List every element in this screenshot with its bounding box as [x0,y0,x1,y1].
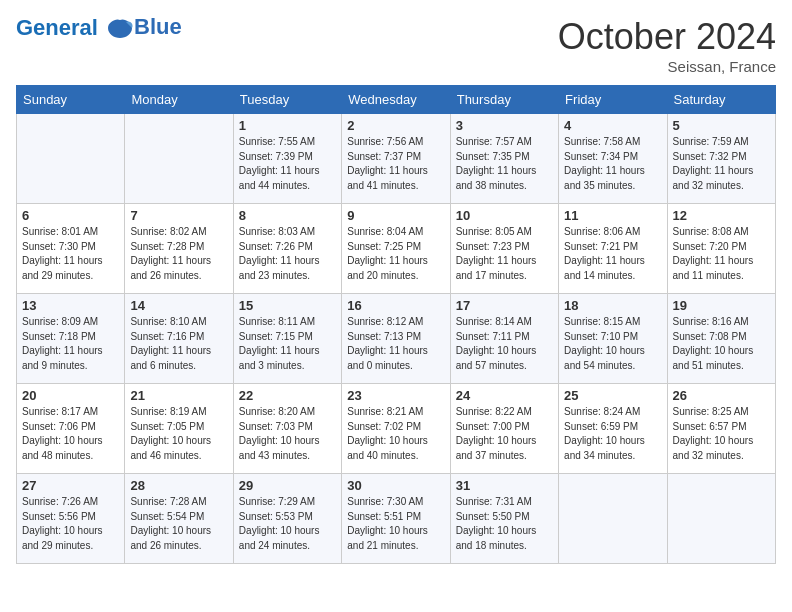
table-row: 29Sunrise: 7:29 AMSunset: 5:53 PMDayligh… [233,474,341,564]
header-saturday: Saturday [667,86,775,114]
table-row: 23Sunrise: 8:21 AMSunset: 7:02 PMDayligh… [342,384,450,474]
day-number: 28 [130,478,227,493]
day-number: 22 [239,388,336,403]
day-number: 19 [673,298,770,313]
day-info: Sunrise: 8:09 AMSunset: 7:18 PMDaylight:… [22,315,119,373]
day-number: 8 [239,208,336,223]
day-number: 9 [347,208,444,223]
table-row: 17Sunrise: 8:14 AMSunset: 7:11 PMDayligh… [450,294,558,384]
calendar-table: Sunday Monday Tuesday Wednesday Thursday… [16,85,776,564]
title-block: October 2024 Seissan, France [558,16,776,75]
calendar-row: 20Sunrise: 8:17 AMSunset: 7:06 PMDayligh… [17,384,776,474]
logo-blue-text: Blue [134,14,182,40]
table-row: 13Sunrise: 8:09 AMSunset: 7:18 PMDayligh… [17,294,125,384]
day-number: 25 [564,388,661,403]
day-number: 13 [22,298,119,313]
table-row: 16Sunrise: 8:12 AMSunset: 7:13 PMDayligh… [342,294,450,384]
table-row: 18Sunrise: 8:15 AMSunset: 7:10 PMDayligh… [559,294,667,384]
location: Seissan, France [558,58,776,75]
day-number: 18 [564,298,661,313]
logo: General Blue [16,16,182,40]
day-number: 30 [347,478,444,493]
table-row: 5Sunrise: 7:59 AMSunset: 7:32 PMDaylight… [667,114,775,204]
day-info: Sunrise: 7:59 AMSunset: 7:32 PMDaylight:… [673,135,770,193]
header-monday: Monday [125,86,233,114]
calendar-row: 13Sunrise: 8:09 AMSunset: 7:18 PMDayligh… [17,294,776,384]
table-row: 20Sunrise: 8:17 AMSunset: 7:06 PMDayligh… [17,384,125,474]
day-info: Sunrise: 7:28 AMSunset: 5:54 PMDaylight:… [130,495,227,553]
header-friday: Friday [559,86,667,114]
day-number: 14 [130,298,227,313]
table-row: 27Sunrise: 7:26 AMSunset: 5:56 PMDayligh… [17,474,125,564]
day-info: Sunrise: 8:10 AMSunset: 7:16 PMDaylight:… [130,315,227,373]
table-row [17,114,125,204]
calendar-row: 1Sunrise: 7:55 AMSunset: 7:39 PMDaylight… [17,114,776,204]
day-info: Sunrise: 8:02 AMSunset: 7:28 PMDaylight:… [130,225,227,283]
day-info: Sunrise: 8:25 AMSunset: 6:57 PMDaylight:… [673,405,770,463]
day-info: Sunrise: 8:06 AMSunset: 7:21 PMDaylight:… [564,225,661,283]
day-number: 7 [130,208,227,223]
logo-text: General [16,16,134,40]
table-row: 1Sunrise: 7:55 AMSunset: 7:39 PMDaylight… [233,114,341,204]
table-row: 22Sunrise: 8:20 AMSunset: 7:03 PMDayligh… [233,384,341,474]
day-number: 10 [456,208,553,223]
table-row: 2Sunrise: 7:56 AMSunset: 7:37 PMDaylight… [342,114,450,204]
table-row: 9Sunrise: 8:04 AMSunset: 7:25 PMDaylight… [342,204,450,294]
table-row: 31Sunrise: 7:31 AMSunset: 5:50 PMDayligh… [450,474,558,564]
day-number: 23 [347,388,444,403]
day-number: 15 [239,298,336,313]
day-info: Sunrise: 8:11 AMSunset: 7:15 PMDaylight:… [239,315,336,373]
day-number: 31 [456,478,553,493]
day-info: Sunrise: 8:24 AMSunset: 6:59 PMDaylight:… [564,405,661,463]
header-wednesday: Wednesday [342,86,450,114]
table-row: 11Sunrise: 8:06 AMSunset: 7:21 PMDayligh… [559,204,667,294]
calendar-header-row: Sunday Monday Tuesday Wednesday Thursday… [17,86,776,114]
day-info: Sunrise: 8:21 AMSunset: 7:02 PMDaylight:… [347,405,444,463]
day-info: Sunrise: 7:56 AMSunset: 7:37 PMDaylight:… [347,135,444,193]
day-info: Sunrise: 8:17 AMSunset: 7:06 PMDaylight:… [22,405,119,463]
month-title: October 2024 [558,16,776,58]
day-info: Sunrise: 8:04 AMSunset: 7:25 PMDaylight:… [347,225,444,283]
day-number: 16 [347,298,444,313]
day-number: 26 [673,388,770,403]
day-info: Sunrise: 8:08 AMSunset: 7:20 PMDaylight:… [673,225,770,283]
day-number: 27 [22,478,119,493]
day-number: 29 [239,478,336,493]
table-row: 4Sunrise: 7:58 AMSunset: 7:34 PMDaylight… [559,114,667,204]
header-thursday: Thursday [450,86,558,114]
table-row: 19Sunrise: 8:16 AMSunset: 7:08 PMDayligh… [667,294,775,384]
table-row: 15Sunrise: 8:11 AMSunset: 7:15 PMDayligh… [233,294,341,384]
day-number: 4 [564,118,661,133]
day-info: Sunrise: 7:26 AMSunset: 5:56 PMDaylight:… [22,495,119,553]
day-number: 11 [564,208,661,223]
table-row: 21Sunrise: 8:19 AMSunset: 7:05 PMDayligh… [125,384,233,474]
day-number: 1 [239,118,336,133]
table-row [559,474,667,564]
day-number: 5 [673,118,770,133]
table-row: 24Sunrise: 8:22 AMSunset: 7:00 PMDayligh… [450,384,558,474]
table-row: 12Sunrise: 8:08 AMSunset: 7:20 PMDayligh… [667,204,775,294]
day-number: 20 [22,388,119,403]
day-info: Sunrise: 7:31 AMSunset: 5:50 PMDaylight:… [456,495,553,553]
header-sunday: Sunday [17,86,125,114]
day-info: Sunrise: 8:01 AMSunset: 7:30 PMDaylight:… [22,225,119,283]
day-number: 2 [347,118,444,133]
day-info: Sunrise: 8:20 AMSunset: 7:03 PMDaylight:… [239,405,336,463]
day-info: Sunrise: 7:55 AMSunset: 7:39 PMDaylight:… [239,135,336,193]
table-row: 28Sunrise: 7:28 AMSunset: 5:54 PMDayligh… [125,474,233,564]
day-number: 6 [22,208,119,223]
day-info: Sunrise: 8:12 AMSunset: 7:13 PMDaylight:… [347,315,444,373]
table-row: 10Sunrise: 8:05 AMSunset: 7:23 PMDayligh… [450,204,558,294]
day-number: 24 [456,388,553,403]
table-row: 30Sunrise: 7:30 AMSunset: 5:51 PMDayligh… [342,474,450,564]
day-number: 12 [673,208,770,223]
day-info: Sunrise: 7:58 AMSunset: 7:34 PMDaylight:… [564,135,661,193]
day-info: Sunrise: 8:16 AMSunset: 7:08 PMDaylight:… [673,315,770,373]
day-info: Sunrise: 8:05 AMSunset: 7:23 PMDaylight:… [456,225,553,283]
calendar-row: 27Sunrise: 7:26 AMSunset: 5:56 PMDayligh… [17,474,776,564]
day-info: Sunrise: 7:29 AMSunset: 5:53 PMDaylight:… [239,495,336,553]
table-row: 25Sunrise: 8:24 AMSunset: 6:59 PMDayligh… [559,384,667,474]
table-row: 14Sunrise: 8:10 AMSunset: 7:16 PMDayligh… [125,294,233,384]
table-row: 3Sunrise: 7:57 AMSunset: 7:35 PMDaylight… [450,114,558,204]
table-row: 26Sunrise: 8:25 AMSunset: 6:57 PMDayligh… [667,384,775,474]
